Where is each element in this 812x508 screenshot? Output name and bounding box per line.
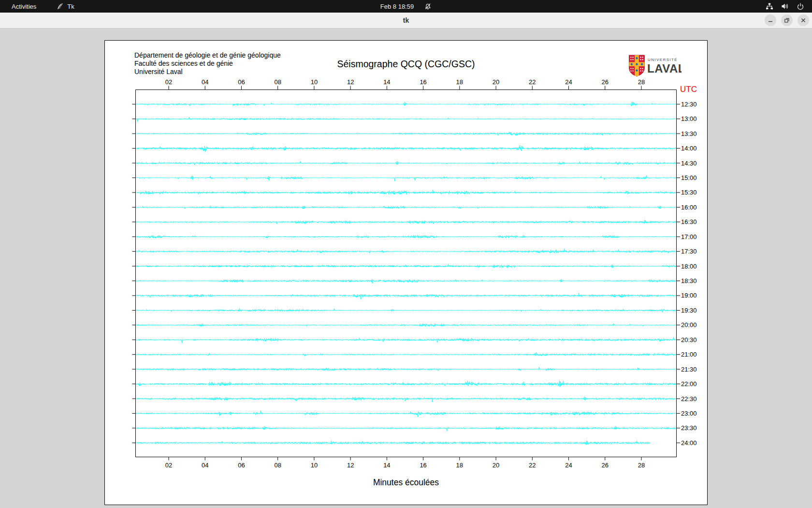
seismograph-plot: 0202040406060808101012121414161618182020… [105,41,707,505]
seismogram-trace-row [136,441,651,445]
x-tick-label-top: 16 [420,78,426,86]
x-axis-title: Minutes écoulées [373,478,439,487]
seismogram-trace-row [136,176,676,181]
x-tick-label-bottom: 22 [529,462,536,469]
seismogram-trace-row [136,324,676,327]
seismogram-trace-row [136,249,676,253]
x-tick-label-top: 02 [165,78,172,86]
tk-feather-icon [57,3,64,10]
seismograph-canvas: Département de géologie et de génie géol… [104,40,708,505]
seismogram-trace-row [136,426,676,431]
row-time-label: 21:30 [681,366,697,373]
x-tick-label-top: 06 [238,78,245,86]
row-time-label: 19:30 [681,307,697,314]
window-titlebar[interactable]: tk [0,13,812,29]
x-tick-label-bottom: 04 [202,462,208,469]
seismogram-trace-row [136,397,676,402]
app-menu[interactable]: Tk [57,3,74,10]
x-tick-label-bottom: 28 [638,462,645,469]
x-tick-label-bottom: 10 [311,462,318,469]
row-time-label: 17:30 [681,248,697,255]
x-tick-label-bottom: 18 [456,462,463,469]
window-title: tk [0,13,812,28]
row-time-label: 15:00 [681,174,697,181]
maximize-restore-button[interactable] [781,15,793,26]
seismogram-trace-row [136,190,676,194]
seismogram-trace-row [136,145,676,151]
row-time-label: 18:00 [681,263,697,270]
x-tick-label-bottom: 26 [602,462,609,469]
close-button[interactable] [798,15,809,26]
seismogram-trace-row [136,102,676,106]
row-time-label: 21:00 [681,351,697,358]
speaker-icon [781,2,789,10]
power-icon [797,2,804,10]
x-tick-label-top: 20 [493,78,499,86]
row-time-label: 14:00 [681,145,697,152]
bell-slash-icon [424,3,432,10]
app-menu-label: Tk [67,3,74,10]
x-tick-label-top: 10 [311,78,318,86]
x-tick-label-bottom: 16 [420,462,426,469]
x-tick-label-bottom: 14 [383,462,390,469]
minimize-button[interactable] [765,15,776,26]
x-tick-label-top: 04 [202,78,208,86]
row-time-label: 15:30 [681,189,697,196]
seismogram-trace-row [136,220,676,224]
row-time-label: 13:30 [681,130,697,137]
seismogram-trace-row [136,309,676,312]
x-tick-label-top: 12 [347,78,354,86]
seismogram-trace-row [136,337,676,343]
system-tray[interactable] [766,0,804,13]
x-tick-label-bottom: 08 [274,462,281,469]
x-tick-label-top: 26 [602,78,609,86]
x-tick-label-bottom: 06 [238,462,245,469]
row-time-label: 22:00 [681,380,697,388]
x-tick-label-top: 28 [638,78,645,86]
row-time-label: 24:00 [681,439,697,447]
seismogram-trace-row [136,367,676,371]
clock-label: Feb 8 18:59 [380,3,414,10]
row-time-label: 22:30 [681,395,697,403]
seismogram-trace-row [136,117,676,121]
network-wired-icon [766,2,773,10]
seismogram-trace-row [136,235,676,238]
row-time-label: 20:00 [681,321,697,329]
x-tick-label-top: 22 [529,78,536,86]
seismogram-trace-row [136,293,676,299]
seismogram-trace-row [136,206,676,209]
row-time-label: 14:30 [681,160,697,167]
row-time-label: 18:30 [681,277,697,284]
x-tick-label-top: 14 [383,78,390,86]
row-time-label: 13:00 [681,115,697,122]
row-time-label: 23:00 [681,410,697,417]
row-time-label: 17:00 [681,233,697,240]
seismogram-trace-row [136,161,676,164]
seismogram-trace-row [136,132,676,135]
seismogram-trace-row [136,279,676,283]
plot-frame [136,90,677,457]
row-time-label: 16:00 [681,204,697,211]
row-time-label: 12:30 [681,101,697,108]
gnome-top-bar: Activities Tk Feb 8 18:59 [0,0,812,13]
clock-menu[interactable]: Feb 8 18:59 [380,0,432,13]
seismogram-trace-row [136,410,676,417]
activities-button[interactable]: Activities [9,2,39,11]
row-time-label: 19:00 [681,292,697,299]
row-time-label: 16:30 [681,218,697,225]
row-time-label: 20:30 [681,336,697,344]
seismogram-trace-row [136,381,676,387]
x-tick-label-top: 08 [274,78,281,86]
x-tick-label-top: 18 [456,78,463,86]
x-tick-label-bottom: 24 [565,462,572,469]
x-tick-label-bottom: 12 [347,462,354,469]
utc-axis-label: UTC [680,85,697,94]
desktop: { "topbar": { "activities_label": "Activ… [0,0,812,508]
row-time-label: 23:30 [681,424,697,432]
seismogram-trace-row [136,264,676,268]
x-tick-label-top: 24 [565,78,572,86]
x-tick-label-bottom: 02 [165,462,172,469]
seismogram-trace-row [136,352,676,356]
x-tick-label-bottom: 20 [493,462,499,469]
